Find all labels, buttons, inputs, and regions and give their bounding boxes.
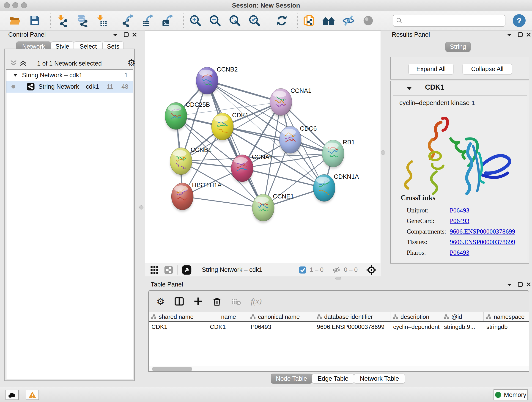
network-node[interactable]: CDC25B	[165, 101, 210, 131]
refresh-button[interactable]	[275, 14, 288, 27]
panel-menu-icon[interactable]	[112, 33, 118, 37]
clear-table-icon[interactable]	[231, 297, 241, 306]
network-options-gear-icon[interactable]: ⚙	[127, 58, 136, 67]
panel-close-icon[interactable]	[132, 32, 138, 38]
export-image-button[interactable]	[162, 14, 175, 27]
network-tree-root-row[interactable]: String Network – cdk1 1	[6, 70, 133, 81]
show-eye-button[interactable]	[362, 14, 375, 27]
export-table-button[interactable]	[142, 14, 155, 27]
zoom-fit-button[interactable]	[228, 14, 241, 27]
network-tree-child-row[interactable]: String Network – cdk1 11 48	[6, 81, 133, 93]
vertical-splitter-handle[interactable]	[381, 150, 385, 155]
grid-view-icon[interactable]	[150, 265, 159, 274]
network-edge[interactable]	[207, 81, 281, 102]
table-cell[interactable]: stringdb:9...	[441, 322, 484, 332]
network-node[interactable]: CDKN1A	[313, 173, 359, 203]
table-cell[interactable]: stringdb	[484, 322, 528, 332]
network-tab-content: 1 of 1 Network selected ⚙ String Network…	[4, 49, 135, 381]
import-database-button[interactable]	[75, 14, 88, 27]
table-header-row: shared name name canonical name database…	[149, 312, 529, 322]
network-node-label: CCNA1	[291, 87, 312, 94]
zoom-out-button[interactable]	[209, 14, 222, 27]
fit-crosshair-icon[interactable]	[366, 265, 377, 275]
panel-close-icon[interactable]	[526, 281, 532, 287]
home-view-button[interactable]	[322, 14, 335, 27]
vertical-splitter-handle[interactable]	[139, 205, 143, 210]
network-node[interactable]: CCNB2	[196, 66, 238, 96]
selected-checkbox-icon[interactable]	[299, 266, 307, 274]
panel-close-icon[interactable]	[526, 32, 532, 38]
save-session-button[interactable]	[28, 14, 41, 27]
tab-node-table[interactable]: Node Table	[271, 374, 312, 384]
hide-selected-button[interactable]	[342, 14, 355, 27]
crosslink-value-link[interactable]: 9606.ENSP00000378699	[450, 237, 515, 247]
network-node[interactable]: CCNA2	[231, 153, 273, 184]
column-type-icon	[151, 314, 157, 319]
help-button[interactable]: ?	[513, 14, 526, 27]
show-columns-icon[interactable]	[174, 297, 184, 306]
add-column-icon[interactable]	[194, 297, 203, 306]
panel-menu-icon[interactable]	[506, 283, 512, 287]
column-header[interactable]: canonical name	[248, 312, 314, 321]
memory-button[interactable]: Memory	[494, 389, 528, 400]
import-table-button[interactable]	[95, 14, 108, 27]
column-header[interactable]: namespace	[484, 312, 528, 321]
scrollbar-thumb[interactable]	[152, 367, 192, 371]
collapse-all-button[interactable]: Collapse All	[462, 64, 512, 74]
column-header[interactable]: database identifier	[314, 312, 390, 321]
network-canvas[interactable]: CCNB2CCNA1CDC25BCDK1CDC6RB1CCNB1CCNA2CDK…	[145, 31, 381, 263]
table-row[interactable]: CDK1 CDK1 P06493 9606.ENSP00000378699 cy…	[149, 322, 529, 332]
network-node[interactable]: CDK1	[211, 112, 249, 142]
collapse-entry-icon[interactable]	[406, 86, 412, 91]
panel-float-icon[interactable]	[517, 32, 523, 38]
network-node[interactable]: CDC6	[279, 125, 317, 155]
crosslink-value-link[interactable]: 9606.ENSP00000378699	[450, 226, 515, 237]
horizontal-scrollbar[interactable]	[149, 366, 529, 372]
column-label: shared name	[159, 313, 194, 320]
warnings-button[interactable]	[26, 390, 39, 400]
column-header[interactable]: name	[207, 312, 248, 321]
network-node[interactable]: HIST1H1A	[171, 182, 222, 212]
crosslink-value-link[interactable]: P06493	[450, 205, 469, 216]
network-node[interactable]: RB1	[322, 139, 355, 169]
crosslink-value-link[interactable]: P06493	[450, 216, 469, 226]
zoom-selected-button[interactable]	[248, 14, 261, 27]
table-cell[interactable]: CDK1	[149, 322, 207, 332]
horizontal-splitter-handle[interactable]	[336, 277, 341, 280]
zoom-in-button[interactable]	[189, 14, 202, 27]
cloud-status-button[interactable]	[6, 390, 19, 400]
hidden-eye-slash-icon[interactable]	[332, 266, 341, 274]
network-view-share-icon[interactable]	[164, 265, 173, 274]
column-header[interactable]: shared name	[149, 312, 207, 321]
table-cell[interactable]: 9606.ENSP00000378699	[314, 322, 390, 332]
network-edge[interactable]	[182, 196, 263, 208]
panel-menu-icon[interactable]	[506, 33, 512, 37]
network-node[interactable]: CCNE1	[252, 193, 294, 223]
panel-float-icon[interactable]	[123, 32, 129, 38]
table-cell[interactable]: CDK1	[207, 322, 248, 332]
delete-column-icon[interactable]	[212, 297, 222, 306]
tab-string[interactable]: String	[445, 42, 471, 52]
tab-edge-table[interactable]: Edge Table	[312, 374, 354, 384]
duplicate-network-button[interactable]	[303, 14, 316, 27]
export-network-button[interactable]	[122, 14, 135, 27]
crosslink-value-link[interactable]: P06493	[450, 247, 469, 258]
column-header[interactable]: description	[390, 312, 441, 321]
expand-all-button[interactable]: Expand All	[409, 64, 453, 74]
toolbar-search[interactable]	[393, 15, 505, 27]
table-cell[interactable]: P06493	[248, 322, 314, 332]
table-cell[interactable]: cyclin–dependent ...	[390, 322, 441, 332]
import-network-button[interactable]	[56, 14, 69, 27]
crosslink-row: Pharos:P06493	[407, 247, 515, 258]
table-options-gear-icon[interactable]: ⚙	[157, 297, 165, 306]
tab-network-table[interactable]: Network Table	[354, 374, 405, 384]
network-node[interactable]: CCNA1	[270, 87, 312, 117]
birds-eye-view-icon[interactable]	[182, 265, 192, 275]
network-node[interactable]: CCNB1	[170, 147, 212, 177]
column-header[interactable]: @id	[441, 312, 484, 321]
function-builder-icon[interactable]: f(x)	[251, 297, 262, 306]
tree-expander-icon[interactable]	[13, 73, 18, 77]
search-input[interactable]	[403, 16, 505, 26]
panel-float-icon[interactable]	[517, 281, 523, 287]
open-session-button[interactable]	[9, 14, 22, 27]
